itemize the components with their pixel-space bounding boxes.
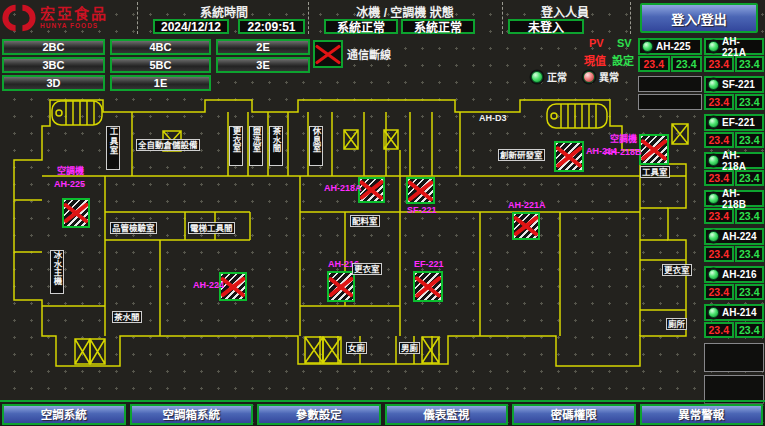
room-label: 工具室 (106, 126, 120, 170)
device-icon-disconnected[interactable] (406, 177, 435, 204)
device-label: 空調機 (57, 167, 84, 177)
equipment-unit: SF-221 23.4 23.4 (704, 76, 764, 114)
floor-button[interactable]: 3E (216, 57, 310, 73)
sv-value: 23.4 (735, 208, 765, 224)
hunya-logo-icon (2, 2, 36, 34)
equipment-unit: AH-216 23.4 23.4 (704, 266, 764, 304)
device-icon-disconnected[interactable] (639, 134, 669, 165)
sv-label: SV (617, 37, 632, 49)
equipment-name-button[interactable]: EF-221 (704, 114, 764, 131)
equipment-name-button[interactable]: AH-221A (704, 38, 764, 55)
floor-button[interactable]: 1E (110, 75, 211, 91)
device-label: AH-225 (54, 180, 85, 190)
equipment-name-button[interactable]: AH-214 (704, 304, 764, 321)
status-led-icon (708, 117, 719, 128)
room-label: 休息室 (309, 126, 323, 166)
device-label: 空調機 (610, 135, 637, 145)
room-label: 廁所 (666, 318, 687, 330)
pv-value: 23.4 (704, 284, 734, 300)
disconnect-legend-label: 通信斷線 (347, 46, 391, 62)
floor-button[interactable]: 4BC (110, 39, 211, 55)
header-divider (502, 2, 503, 34)
sv-caption: 設定 (612, 52, 634, 68)
equipment-values: 23.4 23.4 (704, 322, 764, 338)
equipment-unit: AH-221A 23.4 23.4 (704, 38, 764, 76)
sv-value: 23.4 (735, 94, 765, 110)
empty-slot (638, 76, 702, 92)
pv-value: 23.4 (704, 208, 734, 224)
device-icon-disconnected[interactable] (512, 212, 540, 240)
sv-value: 23.4 (671, 56, 703, 72)
equipment-name-button[interactable]: AH-216 (704, 266, 764, 283)
floor-button[interactable]: 3D (2, 75, 105, 91)
room-label: 男廁 (399, 342, 420, 354)
equipment-name: AH-218B (722, 188, 762, 210)
room-label: 女廁 (346, 342, 367, 354)
equipment-unit: EF-221 23.4 23.4 (704, 114, 764, 152)
status-led-icon (708, 193, 719, 204)
pv-value: 23.4 (704, 56, 734, 72)
empty-slot (704, 343, 764, 372)
device-label: AH-224 (193, 281, 224, 291)
logo-subtitle: HUNYA FOODS (40, 23, 108, 30)
ahu-status-value: 系統正常 (401, 19, 475, 34)
toolbar-button[interactable]: 密碼權限 (512, 404, 636, 425)
toolbar-button[interactable]: 異常警報 (640, 404, 764, 425)
device-icon-disconnected[interactable] (327, 271, 355, 302)
room-label: 更衣室 (229, 126, 243, 166)
equipment-values: 23.4 23.4 (704, 208, 764, 224)
equipment-name: AH-216 (722, 269, 756, 280)
room-label: 茶水間 (112, 311, 142, 323)
room-label: 茶水間 (269, 126, 283, 166)
status-led-icon (642, 41, 653, 52)
device-icon-disconnected[interactable] (358, 177, 385, 203)
sv-value: 23.4 (735, 284, 765, 300)
equipment-name-button[interactable]: AH-224 (704, 228, 764, 245)
toolbar-button[interactable]: 空調箱系統 (130, 404, 254, 425)
room-label: 工具室 (640, 166, 670, 178)
header-divider (137, 2, 138, 34)
floor-button[interactable]: 2E (216, 39, 310, 55)
device-label: AH-218B (604, 148, 642, 158)
room-label: AH-D3 (478, 113, 508, 123)
pv-value: 23.4 (704, 132, 734, 148)
equipment-name-button[interactable]: AH-218B (704, 190, 764, 207)
header-divider (308, 2, 309, 34)
room-label: 品管檢驗室 (110, 222, 157, 234)
toolbar-button[interactable]: 儀表監視 (385, 404, 509, 425)
floor-button[interactable]: 2BC (2, 39, 105, 55)
header-divider (630, 2, 631, 34)
equipment-name-button[interactable]: AH-218A (704, 152, 764, 169)
status-led-icon (708, 41, 719, 52)
equipment-name: AH-225 (656, 41, 690, 52)
pv-value: 23.4 (704, 322, 734, 338)
floor-button[interactable]: 3BC (2, 57, 105, 73)
equipment-unit: AH-218B 23.4 23.4 (704, 190, 764, 228)
equipment-name: AH-218A (722, 150, 762, 172)
logo-title: 宏亞食品 (40, 6, 108, 21)
floor-selector: 2BC 4BC 2E 3BC 5BC 3E 3D 1E (2, 39, 310, 91)
toolbar-button[interactable]: 參數設定 (257, 404, 381, 425)
room-label: 全自動倉儲設備 (136, 139, 200, 151)
room-label: 盥洗室 (249, 126, 263, 166)
device-icon-disconnected[interactable] (413, 271, 443, 302)
pv-value: 23.4 (638, 56, 670, 72)
device-icon-disconnected[interactable] (62, 198, 90, 228)
equipment-values: 23.4 23.4 (704, 132, 764, 148)
status-led-icon (708, 307, 719, 318)
floor-button[interactable]: 5BC (110, 57, 211, 73)
equipment-unit: AH-224 23.4 23.4 (704, 228, 764, 266)
equipment-values: 23.4 23.4 (638, 56, 702, 72)
login-user-label: 登入人員 (506, 3, 624, 20)
equipment-name: EF-221 (722, 117, 755, 128)
login-logout-button[interactable]: 登入/登出 (640, 3, 758, 33)
device-label: EF-221 (414, 260, 444, 270)
equipment-name-button[interactable]: SF-221 (704, 76, 764, 93)
device-label: AH-218A (324, 184, 362, 194)
room-label: 更衣室 (662, 264, 692, 276)
toolbar-button[interactable]: 空調系統 (2, 404, 126, 425)
sv-value: 23.4 (735, 246, 765, 262)
status-led-icon (708, 155, 719, 166)
equipment-name-button[interactable]: AH-225 (638, 38, 702, 55)
device-icon-disconnected[interactable] (554, 141, 584, 172)
